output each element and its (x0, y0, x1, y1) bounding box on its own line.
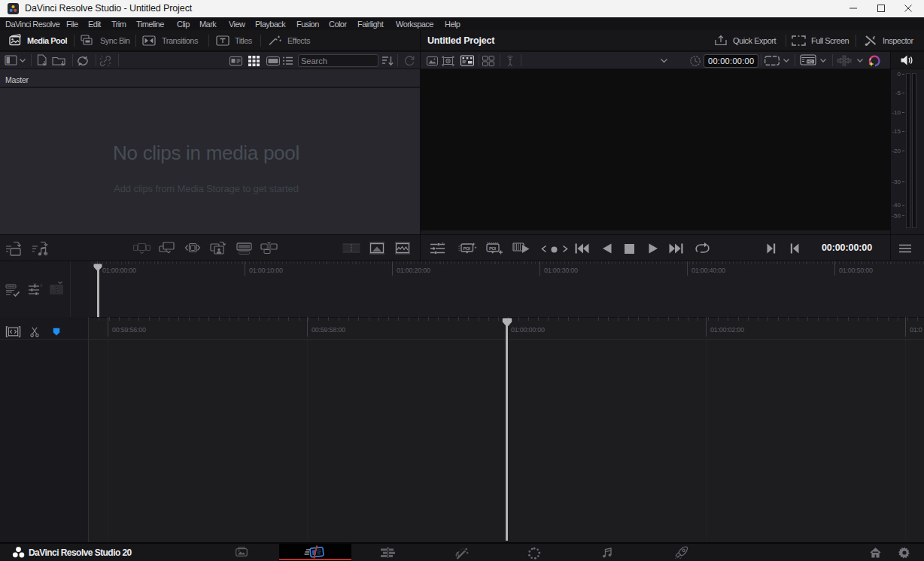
svg-text:POI: POI (464, 246, 471, 251)
svg-text:POI: POI (489, 246, 497, 251)
svg-text:HQ: HQ (807, 60, 813, 64)
